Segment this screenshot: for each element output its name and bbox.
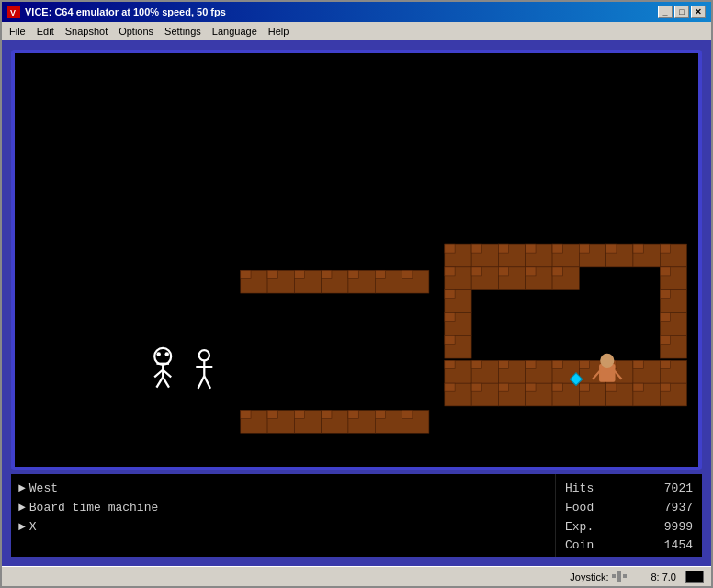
svg-rect-40 bbox=[552, 244, 562, 253]
svg-rect-62 bbox=[445, 290, 455, 299]
svg-rect-14 bbox=[375, 270, 385, 278]
svg-rect-20 bbox=[267, 410, 277, 418]
svg-rect-70 bbox=[660, 312, 670, 321]
menu-bar: File Edit Snapshot Options Settings Lang… bbox=[2, 22, 711, 40]
log-line-2: ► Board time machine bbox=[18, 499, 548, 518]
svg-rect-74 bbox=[445, 360, 455, 368]
svg-rect-90 bbox=[660, 360, 670, 368]
svg-rect-56 bbox=[526, 267, 536, 276]
status-area: ► West ► Board time machine ► X Hits 702… bbox=[11, 474, 702, 557]
joystick-indicator bbox=[612, 571, 641, 583]
svg-rect-4 bbox=[241, 270, 251, 278]
svg-rect-128 bbox=[612, 574, 616, 578]
svg-rect-108 bbox=[660, 383, 670, 391]
svg-rect-32 bbox=[445, 244, 455, 253]
menu-options[interactable]: Options bbox=[113, 24, 159, 39]
menu-edit[interactable]: Edit bbox=[31, 24, 60, 39]
position-segment: 8: 7.0 bbox=[651, 571, 676, 582]
menu-settings[interactable]: Settings bbox=[159, 24, 207, 39]
stat-label-hits: Hits bbox=[565, 480, 594, 499]
stat-value-hits: 7021 bbox=[664, 480, 693, 499]
window-title: VICE: C64 emulator at 100% speed, 50 fps bbox=[25, 6, 226, 17]
svg-rect-44 bbox=[606, 244, 617, 253]
svg-rect-100 bbox=[552, 383, 562, 391]
stat-label-exp: Exp. bbox=[565, 518, 594, 537]
svg-rect-102 bbox=[579, 383, 589, 391]
joystick-label: Joystick: bbox=[570, 571, 608, 582]
log-line-1: ► West bbox=[18, 480, 548, 499]
main-content: ► West ► Board time machine ► X Hits 702… bbox=[2, 40, 711, 566]
title-bar: V VICE: C64 emulator at 100% speed, 50 f… bbox=[2, 2, 711, 22]
game-viewport bbox=[11, 50, 702, 470]
svg-rect-48 bbox=[660, 244, 670, 253]
svg-rect-80 bbox=[526, 360, 536, 368]
svg-rect-12 bbox=[348, 270, 358, 278]
svg-point-111 bbox=[164, 352, 169, 356]
log-text-3: X bbox=[29, 518, 37, 537]
svg-rect-60 bbox=[660, 267, 670, 276]
svg-rect-66 bbox=[445, 335, 455, 344]
menu-help[interactable]: Help bbox=[263, 24, 295, 39]
position-value: 8: 7.0 bbox=[651, 571, 676, 582]
svg-rect-30 bbox=[402, 410, 413, 418]
game-scene bbox=[15, 53, 698, 467]
close-button[interactable]: ✕ bbox=[691, 6, 706, 18]
stat-row-hits: Hits 7021 bbox=[565, 480, 693, 499]
svg-rect-130 bbox=[617, 574, 621, 578]
svg-rect-8 bbox=[294, 270, 304, 278]
svg-rect-10 bbox=[322, 270, 332, 278]
main-window: V VICE: C64 emulator at 100% speed, 50 f… bbox=[0, 0, 713, 588]
svg-rect-24 bbox=[322, 410, 332, 418]
svg-rect-64 bbox=[445, 312, 455, 321]
stat-value-coin: 1454 bbox=[664, 537, 693, 556]
svg-rect-98 bbox=[526, 383, 536, 391]
arrow-3: ► bbox=[18, 518, 26, 537]
menu-file[interactable]: File bbox=[4, 24, 31, 39]
svg-rect-94 bbox=[471, 383, 481, 391]
svg-rect-76 bbox=[471, 360, 481, 368]
stat-row-exp: Exp. 9999 bbox=[565, 518, 693, 537]
log-line-3: ► X bbox=[18, 518, 548, 537]
joystick-segment: Joystick: bbox=[570, 571, 641, 583]
svg-rect-34 bbox=[471, 244, 481, 253]
menu-snapshot[interactable]: Snapshot bbox=[60, 24, 113, 39]
stat-row-food: Food 7937 bbox=[565, 499, 693, 518]
minimize-button[interactable]: _ bbox=[658, 6, 673, 18]
stat-row-coin: Coin 1454 bbox=[565, 537, 693, 556]
svg-rect-6 bbox=[267, 270, 277, 278]
svg-rect-50 bbox=[445, 267, 455, 276]
app-icon: V bbox=[7, 6, 20, 18]
svg-rect-88 bbox=[633, 360, 643, 368]
svg-rect-106 bbox=[633, 383, 643, 391]
text-log: ► West ► Board time machine ► X bbox=[11, 474, 555, 557]
maximize-button[interactable]: □ bbox=[674, 6, 689, 18]
svg-rect-36 bbox=[498, 244, 508, 253]
svg-rect-131 bbox=[617, 578, 621, 582]
svg-rect-78 bbox=[498, 360, 508, 368]
svg-rect-54 bbox=[498, 267, 508, 276]
status-bar: Joystick: 8: 7.0 bbox=[2, 566, 711, 586]
stat-label-coin: Coin bbox=[565, 537, 594, 556]
svg-rect-84 bbox=[579, 360, 589, 368]
svg-rect-18 bbox=[241, 410, 251, 418]
svg-rect-42 bbox=[579, 244, 589, 253]
color-indicator bbox=[685, 571, 704, 583]
svg-text:V: V bbox=[10, 8, 16, 17]
svg-rect-132 bbox=[623, 574, 627, 578]
svg-rect-28 bbox=[375, 410, 385, 418]
svg-rect-22 bbox=[294, 410, 304, 418]
arrow-2: ► bbox=[18, 499, 26, 518]
svg-rect-92 bbox=[445, 383, 455, 391]
svg-rect-96 bbox=[498, 383, 508, 391]
svg-point-125 bbox=[601, 355, 614, 368]
svg-rect-16 bbox=[402, 270, 413, 278]
stats-panel: Hits 7021 Food 7937 Exp. 9999 Coin 1454 bbox=[555, 474, 702, 557]
svg-rect-104 bbox=[606, 383, 617, 391]
menu-language[interactable]: Language bbox=[207, 24, 263, 39]
svg-rect-129 bbox=[617, 571, 621, 574]
log-text-2: Board time machine bbox=[29, 499, 158, 518]
svg-rect-46 bbox=[633, 244, 643, 253]
title-bar-left: V VICE: C64 emulator at 100% speed, 50 f… bbox=[7, 6, 226, 18]
svg-point-110 bbox=[156, 352, 161, 356]
stat-value-food: 7937 bbox=[664, 499, 693, 518]
